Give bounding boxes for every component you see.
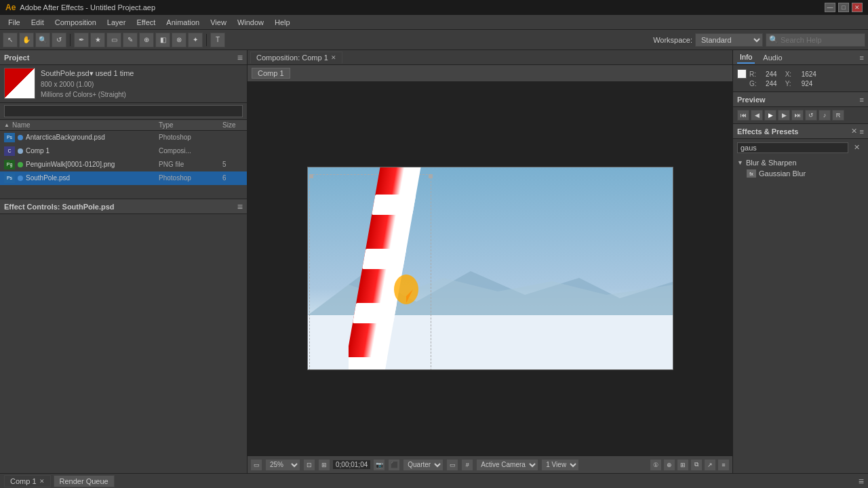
viewer-btn-snap[interactable]: ⊞ bbox=[318, 459, 330, 471]
comp-tab-close[interactable]: ✕ bbox=[331, 54, 336, 61]
timeline-tab-close[interactable]: ✕ bbox=[39, 478, 45, 485]
tool-roto[interactable]: ⊗ bbox=[172, 33, 186, 47]
preview-controls: ⏮ ◀ ▶ ▶ ⏭ ↺ ♪ R bbox=[733, 107, 868, 123]
tool-pen[interactable]: ✒ bbox=[74, 33, 89, 47]
menu-layer[interactable]: Layer bbox=[102, 17, 132, 28]
viewer-btn-fit[interactable]: ⊡ bbox=[303, 459, 315, 471]
tool-puppet[interactable]: ✦ bbox=[188, 33, 203, 47]
timeline-tab-comp1[interactable]: Comp 1 ✕ bbox=[4, 475, 51, 487]
effects-search-clear[interactable]: ✕ bbox=[850, 141, 864, 154]
search-help-input[interactable] bbox=[781, 36, 862, 44]
png-icon: Pg bbox=[4, 160, 15, 169]
handle-tl[interactable] bbox=[309, 174, 313, 178]
viewer-btn-region[interactable]: ▭ bbox=[250, 459, 262, 471]
viewer-btn-grid[interactable]: # bbox=[461, 459, 473, 471]
viewer-btn-menu[interactable]: ≡ bbox=[717, 459, 730, 471]
effects-panel-menu[interactable]: ≡ bbox=[860, 127, 864, 136]
viewer-btn-1[interactable]: ① bbox=[650, 459, 662, 471]
menu-view[interactable]: View bbox=[205, 17, 232, 28]
effects-item-gaussian-blur[interactable]: fx Gaussian Blur bbox=[733, 168, 868, 179]
effects-section-blur-header[interactable]: ▼ Blur & Sharpen bbox=[733, 157, 868, 168]
preview-audio[interactable]: ♪ bbox=[818, 110, 831, 121]
effects-search-input[interactable] bbox=[737, 142, 848, 153]
search-help-box: 🔍 bbox=[766, 33, 865, 47]
viewer-btn-checkerboard[interactable]: ⬛ bbox=[388, 459, 400, 471]
preview-panel-menu[interactable]: ≡ bbox=[860, 96, 864, 104]
effect-controls-menu[interactable]: ≡ bbox=[237, 201, 243, 212]
preview-loop[interactable]: ↺ bbox=[805, 110, 817, 121]
viewer-btn-camera[interactable]: 📷 bbox=[373, 459, 385, 471]
row-size-2: 5 bbox=[222, 161, 243, 168]
viewer-canvas bbox=[307, 167, 673, 370]
tool-clone[interactable]: ⊕ bbox=[139, 33, 154, 47]
menu-composition[interactable]: Composition bbox=[50, 17, 102, 28]
y-value: 924 bbox=[802, 80, 813, 87]
comp-tab-comp1[interactable]: Composition: Comp 1 ✕ bbox=[250, 52, 342, 64]
preview-play[interactable]: ▶ bbox=[764, 110, 776, 121]
views-select[interactable]: 1 View bbox=[541, 459, 579, 471]
tool-eraser[interactable]: ◧ bbox=[155, 33, 170, 47]
workspace-select[interactable]: Standard bbox=[695, 33, 763, 47]
col-type-header: Type bbox=[159, 121, 220, 129]
preview-skip-end[interactable]: ⏭ bbox=[791, 110, 804, 121]
sort-up-icon[interactable]: ▲ bbox=[4, 122, 9, 128]
timeline-header-menu[interactable]: ≡ bbox=[859, 476, 864, 487]
effects-search-area: ✕ bbox=[733, 139, 868, 156]
quality-select[interactable]: Quarter Half Full bbox=[403, 459, 443, 471]
minimize-btn[interactable]: — bbox=[825, 3, 835, 12]
tool-rotate[interactable]: ↺ bbox=[52, 33, 66, 47]
comp-inner-label: Comp 1 bbox=[252, 68, 290, 79]
info-panel-menu[interactable]: ≡ bbox=[860, 54, 864, 62]
color-dot bbox=[18, 176, 23, 181]
tool-brush[interactable]: ✎ bbox=[123, 33, 138, 47]
menu-effect[interactable]: Effect bbox=[131, 17, 161, 28]
project-item-2[interactable]: Pg PenguinWalk[0001-0120].png PNG file 5 bbox=[0, 158, 247, 171]
menu-edit[interactable]: Edit bbox=[26, 17, 50, 28]
menu-help[interactable]: Help bbox=[269, 17, 296, 28]
tool-star[interactable]: ★ bbox=[90, 33, 105, 47]
tool-select[interactable]: ↖ bbox=[3, 33, 18, 47]
timeline-tab-render[interactable]: Render Queue bbox=[54, 475, 115, 487]
app-title: Adobe After Effects - Untitled Project.a… bbox=[20, 3, 155, 12]
menu-file[interactable]: File bbox=[3, 17, 26, 28]
project-search-input[interactable] bbox=[4, 105, 243, 117]
menu-animation[interactable]: Animation bbox=[161, 17, 205, 28]
viewer-btn-4[interactable]: ⧉ bbox=[690, 459, 703, 471]
viewer-btn-3[interactable]: ⊞ bbox=[677, 459, 689, 471]
project-item-0[interactable]: Ps AntarcticaBackground.psd Photoshop bbox=[0, 131, 247, 144]
viewer-btn-toggle[interactable]: ▭ bbox=[446, 459, 458, 471]
effect-controls-body bbox=[0, 214, 247, 473]
effects-panel-close[interactable]: ✕ bbox=[851, 127, 857, 136]
project-list: Ps AntarcticaBackground.psd Photoshop C … bbox=[0, 131, 247, 185]
color-dot bbox=[18, 135, 23, 140]
r-value: 244 bbox=[766, 70, 777, 78]
maximize-btn[interactable]: □ bbox=[838, 3, 849, 12]
preview-prev-frame[interactable]: ◀ bbox=[751, 110, 763, 121]
tool-text[interactable]: T bbox=[210, 33, 225, 47]
color-swatch bbox=[737, 69, 747, 79]
arrow-down-icon: ▼ bbox=[737, 159, 743, 166]
project-panel-menu[interactable]: ≡ bbox=[237, 52, 243, 63]
project-item-3[interactable]: Ps SouthPole.psd Photoshop 6 bbox=[0, 171, 247, 185]
menu-window[interactable]: Window bbox=[232, 17, 269, 28]
preview-ram[interactable]: R bbox=[832, 110, 844, 121]
preview-skip-start[interactable]: ⏮ bbox=[737, 110, 749, 121]
tool-zoom[interactable]: 🔍 bbox=[35, 33, 50, 47]
audio-tab[interactable]: Audio bbox=[760, 52, 785, 63]
project-meta: SouthPole.psd▾ used 1 time 800 x 2000 (1… bbox=[41, 68, 134, 100]
right-panel: Info Audio ≡ R: 244 X: 1624 G: 244 Y: 92… bbox=[732, 50, 868, 473]
y-label: Y: bbox=[785, 80, 799, 87]
info-tab[interactable]: Info bbox=[737, 52, 755, 64]
effect-controls-panel: Effect Controls: SouthPole.psd ≡ bbox=[0, 199, 247, 214]
tool-rect[interactable]: ▭ bbox=[106, 33, 121, 47]
comp-tabbar: Composition: Comp 1 ✕ bbox=[248, 50, 732, 65]
project-thumbnail bbox=[4, 68, 35, 99]
camera-select[interactable]: Active Camera bbox=[476, 459, 538, 471]
tool-hand[interactable]: ✋ bbox=[19, 33, 34, 47]
close-btn[interactable]: ✕ bbox=[852, 3, 863, 12]
project-item-1[interactable]: C Comp 1 Composi... bbox=[0, 144, 247, 158]
zoom-select[interactable]: 25% 50% 100% bbox=[265, 459, 300, 471]
preview-next-frame[interactable]: ▶ bbox=[778, 110, 790, 121]
viewer-btn-5[interactable]: ↗ bbox=[704, 459, 716, 471]
viewer-btn-2[interactable]: ⊕ bbox=[663, 459, 675, 471]
